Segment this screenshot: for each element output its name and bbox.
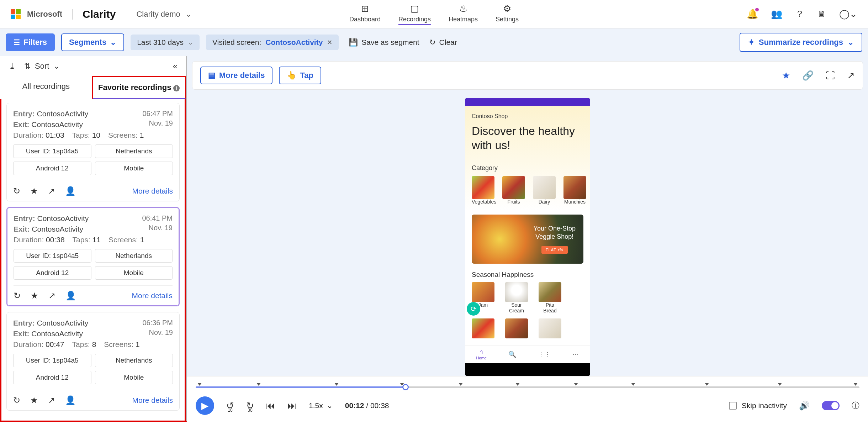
share-icon[interactable]: ↗ [48, 395, 55, 405]
user-icon[interactable]: 👤 [65, 291, 76, 301]
segments-button[interactable]: Segments ⌄ [61, 33, 124, 51]
previous-button[interactable]: ⏮ [266, 400, 275, 411]
tap-label: Tap [300, 71, 313, 80]
skip-inactivity-control[interactable]: Skip inactivity [729, 401, 787, 410]
user-icon[interactable]: 👤 [65, 186, 76, 196]
download-icon[interactable]: ⤓ [9, 61, 16, 71]
save-segment-button[interactable]: 💾 Save as segment [349, 38, 419, 47]
date-range-chip[interactable]: Last 310 days ⌄ [131, 35, 200, 50]
more-details-link[interactable]: More details [132, 291, 173, 300]
bell-icon[interactable]: 🔔 [747, 9, 758, 20]
nav-settings[interactable]: ⚙ Settings [496, 3, 519, 25]
replay-icon[interactable]: ↻ [13, 186, 20, 196]
forward-button[interactable]: ↻30 [246, 400, 254, 411]
save-segment-label: Save as segment [361, 38, 419, 47]
star-icon[interactable]: ★ [30, 186, 38, 196]
tag-chip[interactable]: Android 12 [13, 162, 91, 175]
tag-chip[interactable]: Netherlands [95, 249, 173, 263]
speed-value: 1.5x [309, 401, 323, 410]
info-icon[interactable]: ⓘ [852, 400, 859, 411]
product-label: Pita Bread [539, 302, 561, 313]
share-icon[interactable]: ↗ [48, 186, 55, 196]
tab-favorite-recordings[interactable]: Favorite recordingsi [92, 76, 186, 99]
people-icon[interactable]: 👥 [771, 9, 782, 20]
nav-dashboard[interactable]: ⊞ Dashboard [349, 3, 381, 25]
clear-button[interactable]: ↻ Clear [429, 38, 457, 47]
nav-recordings[interactable]: ▢ Recordings [398, 3, 431, 25]
microsoft-logo-icon [11, 9, 21, 19]
chevron-down-icon: ⌄ [185, 10, 192, 19]
more-details-link[interactable]: More details [132, 187, 173, 195]
project-selector[interactable]: Clarity demo ⌄ [136, 10, 191, 19]
collapse-sidebar-icon[interactable]: « [173, 61, 178, 71]
recordings-sidebar: ⤓ ⇅ Sort ⌄ « All recordings Favorite rec… [0, 56, 187, 422]
chevron-down-icon: ⌄ [847, 38, 854, 47]
entry-line: Entry: ContosoActivity [14, 214, 89, 223]
star-icon[interactable]: ★ [30, 395, 38, 405]
speed-selector[interactable]: 1.5x ⌄ [309, 401, 333, 410]
nav-heatmaps[interactable]: ♨ Heatmaps [449, 3, 478, 25]
document-icon[interactable]: 🗎 [817, 9, 826, 20]
toggle-switch[interactable] [822, 401, 840, 410]
tag-chip[interactable]: Netherlands [95, 354, 173, 367]
sort-icon: ⇅ [24, 62, 31, 71]
tag-chip[interactable]: Android 12 [13, 371, 91, 384]
recordings-list[interactable]: Entry: ContosoActivity Exit: ContosoActi… [0, 99, 186, 421]
entry-line: Entry: ContosoActivity [13, 319, 88, 327]
tag-chip[interactable]: Mobile [95, 371, 173, 384]
category-label: Fruits [502, 199, 525, 205]
share-icon[interactable]: ↗ [48, 291, 55, 301]
volume-icon[interactable]: 🔊 [799, 401, 810, 411]
sparkle-icon: ✦ [748, 38, 755, 47]
filters-button[interactable]: ☰ Filters [6, 33, 55, 51]
nav-heatmaps-label: Heatmaps [449, 16, 478, 23]
star-icon[interactable]: ★ [31, 291, 38, 301]
checkbox-icon[interactable] [729, 402, 737, 410]
more-details-button[interactable]: ▤ More details [200, 67, 272, 84]
link-icon[interactable]: 🔗 [802, 70, 814, 81]
tag-chip[interactable]: Netherlands [95, 144, 173, 158]
timeline-marker [459, 383, 463, 386]
recording-card[interactable]: Entry: ContosoActivity Exit: ContosoActi… [6, 312, 180, 411]
rewind-button[interactable]: ↺10 [226, 400, 234, 411]
stats-line: Duration: 00:47 Taps: 8 Screens: 1 [13, 340, 173, 349]
recording-card[interactable]: Entry: ContosoActivity Exit: ContosoActi… [6, 207, 180, 306]
account-icon[interactable]: ◯⌄ [839, 9, 857, 20]
product-image [472, 318, 494, 338]
star-icon[interactable]: ★ [782, 70, 790, 81]
product-image [505, 318, 528, 338]
chevron-down-icon: ⌄ [110, 38, 116, 47]
timeline-knob[interactable] [402, 384, 409, 390]
filters-label: Filters [23, 38, 47, 47]
user-icon[interactable]: 👤 [65, 395, 76, 405]
visited-screen-chip[interactable]: Visited screen: ContosoActivity ✕ [206, 35, 339, 50]
tag-chip[interactable]: User ID: 1sp04a5 [13, 354, 91, 367]
chevron-down-icon: ⌄ [188, 38, 193, 46]
gear-icon: ⚙ [503, 3, 511, 14]
expand-icon[interactable]: ⛶ [826, 70, 835, 81]
sort-button[interactable]: ⇅ Sort ⌄ [24, 62, 60, 71]
play-button[interactable]: ▶ [196, 396, 214, 415]
tag-chip[interactable]: User ID: 1sp04a5 [14, 249, 91, 263]
tag-chip[interactable]: User ID: 1sp04a5 [13, 144, 91, 158]
product-image [505, 282, 528, 302]
tab-all-recordings[interactable]: All recordings [0, 76, 92, 99]
product-item [505, 318, 528, 338]
replay-icon[interactable]: ↻ [13, 395, 20, 405]
tag-chip[interactable]: Mobile [95, 266, 173, 280]
replay-icon[interactable]: ↻ [14, 291, 21, 301]
more-details-link[interactable]: More details [132, 396, 173, 405]
tag-chip[interactable]: Mobile [95, 162, 173, 175]
close-icon[interactable]: ✕ [327, 38, 332, 46]
product-row: ⟳ Jam Sour Cream Pita Bread [472, 282, 583, 313]
tap-button[interactable]: 👆 Tap [279, 67, 321, 84]
summarize-recordings-button[interactable]: ✦ Summarize recordings ⌄ [740, 33, 862, 52]
tag-chip[interactable]: Android 12 [14, 266, 91, 280]
timeline[interactable] [196, 381, 859, 392]
recording-card[interactable]: Entry: ContosoActivity Exit: ContosoActi… [6, 103, 180, 201]
help-icon[interactable]: ？ [795, 8, 804, 20]
seasonal-title: Seasonal Happiness [472, 271, 583, 279]
next-button[interactable]: ⏭ [287, 400, 297, 411]
share-icon[interactable]: ↗ [847, 70, 855, 81]
product-row-2 [472, 318, 583, 338]
